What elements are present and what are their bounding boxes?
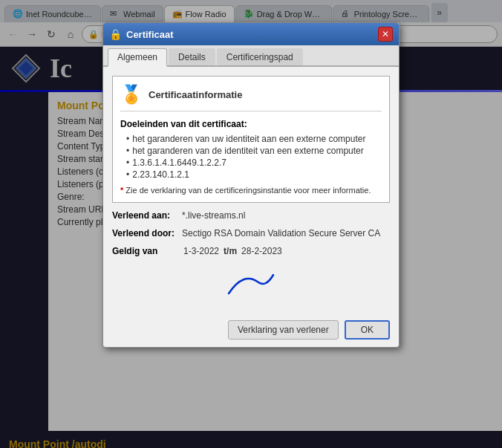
dialog-title-icon: 🔒: [109, 28, 122, 40]
dialog-close-button[interactable]: ✕: [378, 27, 393, 42]
cert-valid-from-label: Geldig van: [112, 246, 179, 256]
dialog-tabs: Algemeen Details Certificeringspad: [103, 45, 399, 67]
cert-purposes-title: Doeleinden van dit certificaat:: [120, 119, 382, 129]
verklaring-button[interactable]: Verklaring van verlener: [228, 320, 339, 340]
dialog-titlebar: 🔒 Certificaat ✕: [103, 23, 399, 45]
cert-purpose-2: het garanderen van de identiteit van een…: [126, 146, 382, 156]
signature-area: [112, 264, 390, 301]
cert-validity-row: Geldig van 1-3-2022 t/m 28-2-2023: [112, 246, 390, 256]
cert-purpose-1: het garanderen van uw identiteit aan een…: [126, 134, 382, 144]
cert-purpose-3: 1.3.6.1.4.1.6449.1.2.2.7: [126, 158, 382, 168]
cert-icon: 🏅: [120, 84, 143, 105]
dialog-title-text: Certificaat: [126, 29, 174, 40]
dialog-tab-algemeen[interactable]: Algemeen: [108, 48, 167, 67]
cert-info-box: 🏅 Certificaatinformatie Doeleinden van d…: [112, 76, 390, 203]
cert-purpose-4: 2.23.140.1.2.1: [126, 169, 382, 180]
cert-issued-to-value: *.live-streams.nl: [182, 210, 245, 221]
cert-issued-by-row: Verleend door: Sectigo RSA Domain Valida…: [112, 228, 390, 238]
cert-issued-by-value: Sectigo RSA Domain Validation Secure Ser…: [182, 228, 380, 238]
cert-info-header: 🏅 Certificaatinformatie: [120, 84, 382, 111]
cert-note: * Zie de verklaring van de certificering…: [120, 186, 382, 195]
cert-valid-from-date: 1-3-2022: [183, 246, 219, 256]
cert-issued-by-label: Verleend door:: [112, 228, 179, 238]
dialog-title-left: 🔒 Certificaat: [109, 28, 174, 40]
cert-info-title: Certificaatinformatie: [149, 89, 242, 100]
certificate-dialog: 🔒 Certificaat ✕ Algemeen Details Certifi…: [102, 22, 400, 348]
dialog-tab-details[interactable]: Details: [169, 48, 215, 65]
cert-valid-separator: t/m: [224, 246, 237, 256]
dialog-body: 🏅 Certificaatinformatie Doeleinden van d…: [103, 67, 399, 316]
cert-note-star: *: [120, 186, 123, 195]
dialog-footer: Verklaring van verlener OK: [103, 316, 399, 347]
cert-valid-to-date: 28-2-2023: [241, 246, 282, 256]
dialog-overlay: 🔒 Certificaat ✕ Algemeen Details Certifi…: [0, 0, 502, 448]
cert-issued-to-row: Verleend aan: *.live-streams.nl: [112, 210, 390, 221]
cert-issued-to-label: Verleend aan:: [112, 210, 179, 221]
dialog-tab-certificeringspad[interactable]: Certificeringspad: [217, 48, 303, 65]
cert-note-text: Zie de verklaring van de certificeringsi…: [126, 186, 371, 195]
ok-button[interactable]: OK: [345, 320, 390, 340]
signature-svg: [214, 264, 288, 301]
